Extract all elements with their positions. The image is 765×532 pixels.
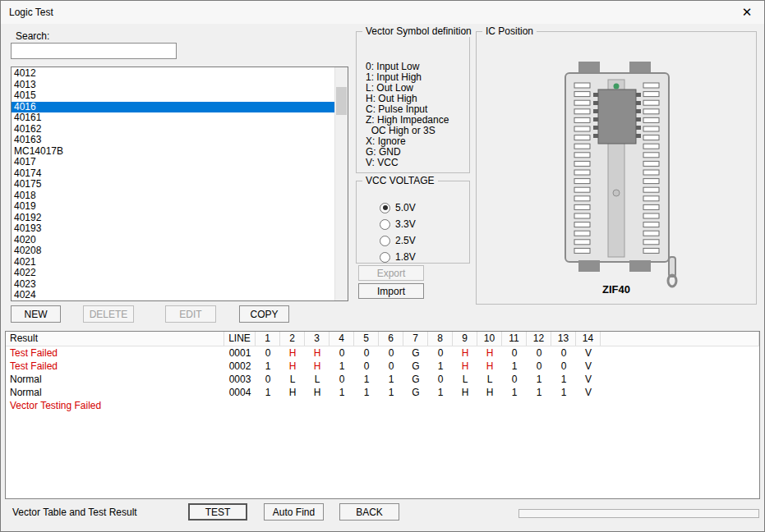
column-header[interactable]: 2 [280,332,305,346]
zif-socket-graphic [547,55,687,289]
vcc-voltage-group-title: VCC VOLTAGE [362,175,438,186]
column-header[interactable]: 12 [527,332,551,346]
column-header[interactable]: 5 [354,332,379,346]
value-cell: 1 [379,386,403,399]
window-title: Logic Test [9,7,53,18]
radio-icon[interactable] [380,236,390,246]
column-header[interactable]: 9 [453,332,477,346]
vcc-option[interactable]: 2.5V [380,232,466,249]
column-header[interactable]: 14 [576,332,601,346]
table-row[interactable]: Vector Testing Failed [6,399,759,412]
column-header[interactable]: LINE [224,332,256,346]
list-item[interactable]: 40174 [12,168,334,180]
column-header[interactable]: 13 [551,332,576,346]
value-cell: G [403,360,428,373]
column-header[interactable]: 10 [477,332,502,346]
back-button[interactable]: BACK [339,503,399,521]
value-cell: 0 [354,360,379,373]
auto-find-button[interactable]: Auto Find [264,503,324,521]
list-item[interactable]: 4016 [12,102,334,113]
list-item[interactable]: 4023 [12,279,334,291]
list-item[interactable]: 4017 [12,157,334,168]
list-item[interactable]: 40208 [12,245,334,257]
value-cell: 1 [551,386,576,399]
list-item[interactable]: 40192 [12,213,334,224]
value-cell: V [576,373,601,386]
test-button[interactable]: TEST [188,503,247,521]
result-cell: Test Failed [6,360,224,373]
value-cell: H [453,360,477,373]
column-header[interactable]: 11 [502,332,527,346]
value-cell: 1 [527,386,551,399]
value-cell: G [403,346,428,360]
column-header[interactable]: 8 [428,332,453,346]
list-item[interactable]: 40175 [12,179,334,190]
list-item[interactable]: 4013 [12,80,334,91]
logic-test-dialog: Logic Test ✕ Search: 4012401340154016401… [0,0,765,532]
result-cell: Vector Testing Failed [6,399,224,412]
inserted-chip [593,84,641,144]
edit-button: EDIT [165,305,216,323]
list-item[interactable]: 4025 [12,301,334,302]
value-cell: H [305,386,330,399]
list-item[interactable]: 40193 [12,223,334,235]
new-button[interactable]: NEW [11,305,61,323]
value-cell: 0 [330,346,354,360]
value-cell: L [280,373,305,386]
value-cell: 1 [527,373,551,386]
value-cell: V [576,360,601,373]
list-item[interactable]: 40163 [12,135,334,146]
line-cell: 0004 [224,386,256,399]
list-item[interactable]: 40161 [12,112,334,124]
list-item[interactable]: 4015 [12,90,334,102]
import-button[interactable]: Import [358,283,424,299]
value-cell: 1 [379,373,403,386]
copy-button[interactable]: COPY [239,305,289,323]
value-cell: 0 [502,373,527,386]
value-cell: 1 [551,373,576,386]
list-item[interactable]: 4012 [12,68,334,80]
value-cell: 0 [354,346,379,360]
table-row[interactable]: Normal00041HH111G1HH111V [6,386,759,399]
list-scrollbar[interactable] [334,67,348,300]
result-cell: Test Failed [6,346,224,360]
radio-icon[interactable] [380,219,390,230]
value-cell: H [477,386,502,399]
vcc-options: 5.0V3.3V2.5V1.8V [380,200,466,265]
search-input[interactable] [11,43,177,59]
radio-label: 1.8V [395,249,416,265]
value-cell: 1 [502,360,527,373]
value-cell: 1 [256,360,280,373]
column-header[interactable]: 3 [305,332,330,346]
column-header[interactable]: 7 [403,332,428,346]
radio-icon[interactable] [380,252,390,263]
close-icon[interactable]: ✕ [735,3,759,21]
list-item[interactable]: 4019 [12,201,334,213]
vcc-option[interactable]: 1.8V [380,249,466,265]
column-header[interactable]: 6 [379,332,403,346]
table-row[interactable]: Test Failed00021HH100G1HH100V [6,360,759,373]
value-cell: 0 [551,346,576,360]
vcc-option[interactable]: 5.0V [380,200,466,216]
line-cell: 0003 [224,373,256,386]
radio-icon[interactable] [380,203,390,213]
column-header[interactable]: 4 [330,332,354,346]
list-item[interactable]: MC14017B [12,146,334,158]
value-cell: 0 [502,346,527,360]
list-item[interactable]: 4018 [12,190,334,202]
list-item[interactable]: 4020 [12,235,334,246]
table-row[interactable]: Normal00030LL011G0LL011V [6,373,759,386]
value-cell: 0 [428,346,453,360]
table-row[interactable]: Test Failed00010HH000G0HH000V [6,346,759,360]
vector-table: ResultLINE1234567891011121314 Test Faile… [5,331,760,499]
list-item[interactable]: 4021 [12,257,334,268]
list-item[interactable]: 4022 [12,268,334,279]
value-cell: 0 [256,373,280,386]
list-item[interactable]: 40162 [12,124,334,135]
value-cell: L [477,373,502,386]
list-item[interactable]: 4024 [12,290,334,301]
column-header[interactable]: 1 [256,332,280,346]
vcc-option[interactable]: 3.3V [380,216,466,232]
scrollbar-thumb[interactable] [336,87,347,115]
column-header[interactable]: Result [6,332,224,346]
